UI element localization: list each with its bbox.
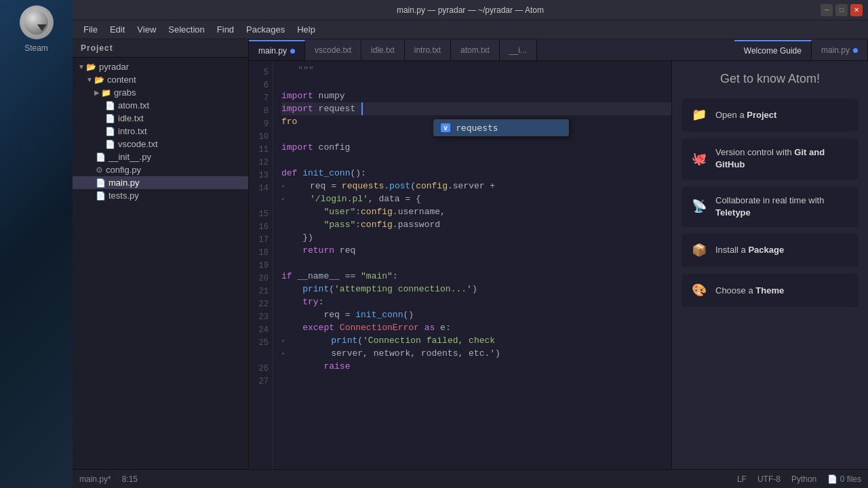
menu-packages[interactable]: Packages (241, 22, 290, 37)
welcome-title: Get to know Atom! (682, 72, 859, 86)
code-line: "pass":config.password (281, 218, 671, 231)
status-grammar[interactable]: Python (791, 474, 816, 484)
maximize-button[interactable]: □ (835, 4, 848, 16)
status-line-ending[interactable]: LF (737, 474, 747, 484)
welcome-card-choose-theme[interactable]: 🎨 Choose a Theme (682, 274, 859, 307)
teletype-icon: 📡 (691, 198, 707, 215)
tab-atom-txt[interactable]: atom.txt (451, 40, 500, 60)
close-button[interactable]: ✕ (850, 4, 863, 16)
welcome-card-version-control[interactable]: 🐙 Version control with Git and GitHub (682, 138, 859, 179)
menu-view[interactable]: View (132, 22, 161, 37)
steam-label: Steam (24, 43, 48, 53)
chevron-right-icon: ▶ (94, 89, 100, 96)
sidebar-item-init-py[interactable]: 📄 __init__.py (73, 150, 248, 163)
code-line: import numpy (281, 89, 671, 102)
minimize-button[interactable]: ─ (821, 4, 833, 16)
file-icon: 📄 (96, 178, 106, 188)
autocomplete-item[interactable]: v requests (434, 120, 568, 136)
code-line (281, 77, 671, 89)
sidebar-item-grabs[interactable]: ▶ 📁 grabs (73, 86, 248, 99)
window-controls: ─ □ ✕ (821, 4, 863, 16)
code-line: ● req = requests.post(config.server + (281, 180, 671, 192)
tab-welcome-guide[interactable]: Welcome Guide (734, 40, 812, 60)
line-numbers: 5 6 7 8 9 10 11 12 13 14 15 16 (249, 61, 273, 469)
file-icon: 📄 (96, 191, 106, 201)
code-line (281, 154, 671, 167)
code-line: except ConnectionError as e: (281, 321, 671, 334)
file-icon: 📄 (105, 114, 115, 123)
sidebar-item-tests-py[interactable]: 📄 tests.py (73, 189, 248, 202)
sidebar-item-vscode-txt[interactable]: 📄 vscode.txt (73, 138, 248, 150)
sidebar-header: Project (73, 39, 248, 58)
autocomplete-dropdown[interactable]: v requests (433, 119, 569, 136)
welcome-panel: Get to know Atom! 📁 Open a Project 🐙 Ver… (671, 61, 868, 469)
status-position[interactable]: 8:15 (122, 474, 138, 484)
code-line: ● print('Connection failed, check (281, 334, 671, 347)
code-line: return req (281, 244, 671, 257)
welcome-card-install-package[interactable]: 📦 Install a Package (682, 234, 859, 267)
autocomplete-label: requests (456, 123, 498, 133)
code-line: import request (281, 102, 671, 115)
code-line: import config (281, 141, 671, 154)
code-line (281, 257, 671, 270)
code-line: req = init_conn() (281, 308, 671, 321)
steam-overlay[interactable]: Steam (0, 0, 73, 488)
status-filename[interactable]: main.py* (79, 474, 111, 484)
modified-dot (290, 49, 295, 54)
menu-file[interactable]: File (78, 22, 103, 37)
folder-icon: 📂 (86, 62, 96, 72)
tab-main-py-welcome[interactable]: main.py (812, 40, 868, 60)
file-icon: 📄 (105, 140, 115, 149)
sidebar-item-idle-txt[interactable]: 📄 idle.txt (73, 112, 248, 125)
sidebar-item-main-py[interactable]: 📄 main.py (73, 176, 248, 189)
status-right: LF UTF-8 Python 📄 0 files (737, 474, 861, 484)
chevron-down-icon: ▼ (86, 76, 93, 83)
code-line: ● server, network, rodents, etc.') (281, 347, 671, 360)
tab-intro-txt[interactable]: intro.txt (405, 40, 451, 60)
window-title: main.py — pyradar — ~/pyradar — Atom (397, 5, 544, 15)
file-icon: ⚙ (96, 165, 103, 175)
title-bar: main.py — pyradar — ~/pyradar — Atom ─ □… (73, 0, 868, 20)
code-line: "user":config.username, (281, 205, 671, 218)
menu-find[interactable]: Find (212, 22, 239, 37)
code-line: try: (281, 296, 671, 308)
status-left: main.py* 8:15 (79, 474, 138, 484)
file-icon: 📄 (96, 152, 106, 162)
sidebar-item-content[interactable]: ▼ 📂 content (73, 73, 248, 86)
welcome-card-teletype[interactable]: 📡 Collaborate in real time with Teletype (682, 186, 859, 227)
code-editor[interactable]: 5 6 7 8 9 10 11 12 13 14 15 16 (249, 61, 671, 469)
sidebar-item-intro-txt[interactable]: 📄 intro.txt (73, 125, 248, 138)
tabs-bar: main.py vscode.txt idle.txt intro.txt at… (249, 39, 868, 61)
tab-main-py[interactable]: main.py (249, 40, 305, 60)
tab-idle-txt[interactable]: idle.txt (361, 40, 405, 60)
welcome-content: Get to know Atom! 📁 Open a Project 🐙 Ver… (672, 61, 868, 469)
package-icon: 📦 (691, 242, 707, 259)
tab-vscode-txt[interactable]: vscode.txt (305, 40, 361, 60)
files-icon: 📄 (827, 474, 837, 484)
folder-icon: 📁 (101, 88, 111, 98)
sidebar-item-config-py[interactable]: ⚙ config.py (73, 163, 248, 176)
status-encoding[interactable]: UTF-8 (757, 474, 781, 484)
steam-logo (20, 5, 54, 39)
welcome-card-open-project[interactable]: 📁 Open a Project (682, 98, 859, 131)
menu-selection[interactable]: Selection (163, 22, 210, 37)
sidebar-item-atom-txt[interactable]: 📄 atom.txt (73, 99, 248, 112)
code-line: print('attempting connection...') (281, 283, 671, 296)
folder-icon: 📂 (94, 75, 104, 85)
theme-icon: 🎨 (691, 282, 707, 299)
code-line: def init_conn(): (281, 167, 671, 180)
active-dot (853, 48, 858, 53)
code-line: if __name__ == "main": (281, 270, 671, 283)
status-bar: main.py* 8:15 LF UTF-8 Python 📄 0 files (73, 469, 868, 488)
sidebar-item-pyradar[interactable]: ▼ 📂 pyradar (73, 60, 248, 73)
menu-help[interactable]: Help (292, 22, 321, 37)
file-icon: 📄 (105, 127, 115, 136)
chevron-down-icon: ▼ (78, 63, 85, 70)
github-icon: 🐙 (691, 150, 707, 167)
code-line: raise (281, 360, 671, 373)
tab-init[interactable]: __i... (500, 40, 537, 60)
menu-edit[interactable]: Edit (104, 22, 130, 37)
file-icon: 📄 (105, 101, 115, 110)
status-files[interactable]: 📄 0 files (827, 474, 861, 484)
code-line: """ (281, 64, 671, 77)
